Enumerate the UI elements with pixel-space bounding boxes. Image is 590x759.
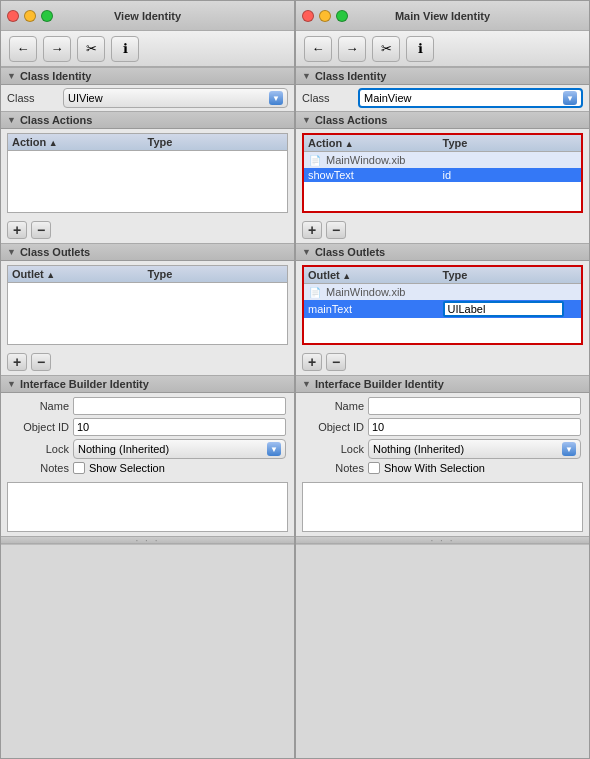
left-actions-header: Action Type — [8, 134, 287, 151]
right-ib-identity-label: Interface Builder Identity — [315, 378, 444, 390]
left-class-dropdown-arrow: ▼ — [269, 91, 283, 105]
xib-file-icon: 📄 — [308, 153, 322, 167]
left-ib-form: Name Object ID Lock Nothing (Inherited) … — [1, 393, 294, 478]
left-lock-label: Lock — [9, 439, 69, 459]
left-class-value: UIView — [68, 92, 103, 104]
right-actions-file-row: 📄 MainWindow.xib — [304, 152, 581, 168]
right-class-actions-label: Class Actions — [315, 114, 387, 126]
left-objectid-label: Object ID — [9, 418, 69, 436]
action-col-header: Action — [12, 136, 148, 148]
left-lock-dropdown-arrow: ▼ — [267, 442, 281, 456]
right-outlets-table: Outlet Type 📄 MainWindow.xib mainText — [302, 265, 583, 345]
right-outlets-file-row: 📄 MainWindow.xib — [304, 284, 581, 300]
left-outlets-header: Outlet Type — [8, 266, 287, 283]
left-class-identity-header: ▼ Class Identity — [1, 67, 294, 85]
right-window-controls — [302, 10, 348, 22]
right-outlet-type-col-header: Type — [443, 269, 578, 281]
left-titlebar: View Identity — [1, 1, 294, 31]
right-class-actions-header: ▼ Class Actions — [296, 111, 589, 129]
right-action-col-header: Action — [308, 137, 443, 149]
maximize-button[interactable] — [41, 10, 53, 22]
right-ib-form: Name Object ID Lock Nothing (Inherited) … — [296, 393, 589, 478]
right-class-outlets-header: ▼ Class Outlets — [296, 243, 589, 261]
right-actions-remove-button[interactable]: − — [326, 221, 346, 239]
right-actions-header: Action Type — [304, 135, 581, 152]
triangle-icon: ▼ — [7, 71, 16, 81]
left-outlets-controls: + − — [1, 349, 294, 375]
right-outlet-value: mainText — [308, 303, 443, 315]
left-name-input[interactable] — [73, 397, 286, 415]
left-objectid-input[interactable] — [73, 418, 286, 436]
left-class-actions-header: ▼ Class Actions — [1, 111, 294, 129]
right-back-button[interactable]: ← — [304, 36, 332, 62]
left-lock-value: Nothing (Inherited) — [78, 443, 169, 455]
right-separator: · · · — [296, 536, 589, 544]
right-titlebar: Main View Identity — [296, 1, 589, 31]
triangle-icon: ▼ — [7, 247, 16, 257]
right-outlets-controls: + − — [296, 349, 589, 375]
right-objectid-input[interactable] — [368, 418, 581, 436]
left-class-identity-label: Class Identity — [20, 70, 92, 82]
xib-file-icon-2: 📄 — [308, 285, 322, 299]
left-class-outlets-header: ▼ Class Outlets — [1, 243, 294, 261]
back-button[interactable]: ← — [9, 36, 37, 62]
right-info-button[interactable]: ℹ — [406, 36, 434, 62]
right-maximize-button[interactable] — [336, 10, 348, 22]
right-notes-textarea[interactable] — [302, 482, 583, 532]
triangle-icon: ▼ — [302, 379, 311, 389]
right-outlets-filename: MainWindow.xib — [326, 286, 577, 298]
left-class-label: Class — [7, 92, 57, 104]
right-lock-dropdown-arrow: ▼ — [562, 442, 576, 456]
left-toolbar: ← → ✂ ℹ — [1, 31, 294, 67]
right-toolbar: ← → ✂ ℹ — [296, 31, 589, 67]
outlet-col-header: Outlet — [12, 268, 148, 280]
type-col-header: Type — [148, 136, 284, 148]
left-separator: · · · — [1, 536, 294, 544]
right-name-input[interactable] — [368, 397, 581, 415]
right-class-label: Class — [302, 92, 352, 104]
left-actions-add-button[interactable]: + — [7, 221, 27, 239]
right-notes-checkbox-row: Show With Selection — [368, 462, 581, 474]
right-forward-button[interactable]: → — [338, 36, 366, 62]
right-show-with-selection-label: Show With Selection — [384, 462, 485, 474]
left-outlets-add-button[interactable]: + — [7, 353, 27, 371]
right-actions-data-row[interactable]: showText id — [304, 168, 581, 182]
right-cut-button[interactable]: ✂ — [372, 36, 400, 62]
left-class-actions-label: Class Actions — [20, 114, 92, 126]
info-button[interactable]: ℹ — [111, 36, 139, 62]
cut-button[interactable]: ✂ — [77, 36, 105, 62]
left-lock-dropdown[interactable]: Nothing (Inherited) ▼ — [73, 439, 286, 459]
left-panel-bottom — [1, 544, 294, 758]
left-ib-identity-label: Interface Builder Identity — [20, 378, 149, 390]
right-lock-label: Lock — [304, 439, 364, 459]
left-actions-remove-button[interactable]: − — [31, 221, 51, 239]
right-actions-add-button[interactable]: + — [302, 221, 322, 239]
right-notes-label: Notes — [304, 462, 364, 474]
right-close-button[interactable] — [302, 10, 314, 22]
minimize-button[interactable] — [24, 10, 36, 22]
right-outlets-data-row[interactable]: mainText — [304, 300, 581, 318]
right-minimize-button[interactable] — [319, 10, 331, 22]
right-class-identity-header: ▼ Class Identity — [296, 67, 589, 85]
right-class-dropdown[interactable]: MainView ▼ — [358, 88, 583, 108]
right-actions-filename: MainWindow.xib — [326, 154, 577, 166]
triangle-icon: ▼ — [7, 115, 16, 125]
right-ib-identity-header: ▼ Interface Builder Identity — [296, 375, 589, 393]
right-outlets-remove-button[interactable]: − — [326, 353, 346, 371]
right-panel: Main View Identity ← → ✂ ℹ ▼ Class Ident… — [295, 0, 590, 759]
right-show-with-selection-checkbox[interactable] — [368, 462, 380, 474]
right-outlet-type-value[interactable] — [443, 301, 578, 317]
right-outlets-add-button[interactable]: + — [302, 353, 322, 371]
close-button[interactable] — [7, 10, 19, 22]
left-outlets-remove-button[interactable]: − — [31, 353, 51, 371]
right-panel-bottom — [296, 544, 589, 758]
window-controls — [7, 10, 53, 22]
right-outlet-type-input[interactable] — [443, 301, 564, 317]
forward-button[interactable]: → — [43, 36, 71, 62]
left-class-outlets-label: Class Outlets — [20, 246, 90, 258]
outlet-type-col-header: Type — [148, 268, 284, 280]
right-lock-dropdown[interactable]: Nothing (Inherited) ▼ — [368, 439, 581, 459]
left-notes-textarea[interactable] — [7, 482, 288, 532]
left-class-dropdown[interactable]: UIView ▼ — [63, 88, 288, 108]
left-show-selection-checkbox[interactable] — [73, 462, 85, 474]
